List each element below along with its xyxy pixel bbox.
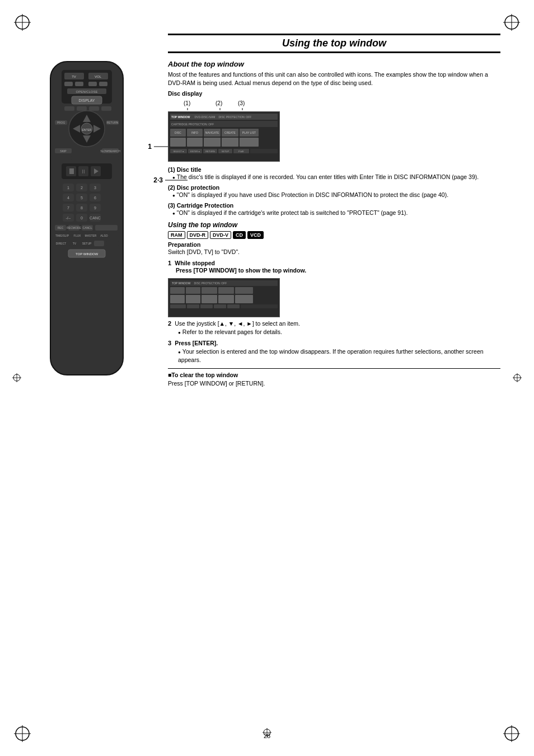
mid-mark-right [512,372,523,384]
step3-action: Press [ENTER]. [175,340,218,346]
preparation-text: Switch [DVD, TV] to "DVD". [168,248,500,256]
corner-mark-tr [500,11,523,34]
svg-text:DIRECT: DIRECT [56,242,67,245]
page-title-box: Using the top window [168,34,500,53]
svg-rect-58 [69,168,74,174]
step1-title: While stopped [175,260,215,266]
svg-text:VOL: VOL [95,75,102,78]
top-window-screen: TOP WINDOW DISC PROTECTION: OFF [168,278,280,317]
about-body: Most of the features and functions of th… [168,71,500,87]
step-1: 1 While stopped Press [TOP WINDOW] to sh… [168,260,500,275]
svg-text:6: 6 [94,196,96,200]
svg-text:OPEN/CLOSE: OPEN/CLOSE [76,90,97,93]
svg-text:TV: TV [73,242,77,245]
svg-rect-109 [106,241,119,246]
svg-text:TIME/SLIP: TIME/SLIP [55,234,69,237]
remote-control-image: TV VOL OPEN/CLOSE DISPLAY [34,56,140,381]
svg-text:TOP WINDOW: TOP WINDOW [76,252,98,256]
svg-text:5: 5 [81,196,83,200]
svg-rect-28 [75,82,83,86]
svg-rect-108 [94,241,104,246]
svg-text:CANC: CANC [90,216,101,220]
badge-cd: CD [233,231,246,239]
step2-action: Use the joystick [▲, ▼, ◄, ►] to select … [175,320,300,327]
svg-text:REC: REC [58,226,64,229]
svg-text:4: 4 [67,196,69,200]
about-section: About the top window Most of the feature… [168,60,500,217]
badge-dvdr: DVD-R [187,231,209,239]
using-section: Using the top window RAM DVD-R DVD-V CD … [168,221,500,364]
svg-text:TV: TV [72,75,76,78]
remote-label-1: 1 [148,143,152,151]
remote-label-23: 2·3 [153,176,163,184]
page-number: 28 [264,732,270,739]
remote-control-column: TV VOL OPEN/CLOSE DISPLAY [34,56,157,382]
disc-title-text: The disc's title is displayed if one is … [168,173,479,180]
svg-text:PROG: PROG [57,121,65,124]
svg-text:2: 2 [81,186,83,190]
svg-text:⏸: ⏸ [81,168,86,175]
svg-text:3: 3 [94,186,96,190]
svg-text:9: 9 [94,206,96,210]
svg-rect-36 [77,106,87,111]
svg-rect-55 [102,156,119,160]
disc-display-label: Disc display [168,90,500,97]
svg-text:ENTER: ENTER [82,128,92,132]
badge-vcd: VCD [247,231,264,239]
corner-mark-br [500,722,523,745]
step1-action: Press [TOP WINDOW] to show the top windo… [168,266,500,275]
page-title: Using the top window [282,37,386,49]
svg-rect-27 [64,82,73,86]
svg-text:MASTER: MASTER [85,234,97,237]
step-2: 2 Use the joystick [▲, ▼, ◄, ►] to selec… [168,320,500,336]
svg-text:SKIP: SKIP [60,149,67,153]
disc-title-item: (1) Disc title The disc's title is displ… [168,166,500,181]
compat-badges: RAM DVD-R DVD-V CD VCD [168,231,500,239]
disc-protection-text: "ON" is displayed if you have used Disc … [168,191,448,198]
using-heading: Using the top window [168,221,500,229]
svg-text:SETUP: SETUP [82,242,92,245]
svg-rect-38 [101,106,111,111]
svg-rect-54 [55,156,72,160]
svg-text:CANCL: CANCL [83,226,92,229]
cartridge-protection-item: (3) Cartridge Protection "ON" is display… [168,202,500,217]
step-3: 3 Press [ENTER]. Your selection is enter… [168,339,500,364]
clear-title: ■To clear the top window [168,372,500,378]
disc-display-container: (1) (2) (3) [168,100,500,162]
svg-text:FLUX: FLUX [74,234,81,237]
svg-rect-35 [64,106,74,111]
svg-text:ALSO: ALSO [100,234,107,237]
svg-rect-30 [99,82,107,86]
svg-rect-29 [88,82,97,86]
clear-text: Press [TOP WINDOW] or [RETURN]. [168,379,500,388]
corner-mark-bl [11,722,34,745]
svg-text:RETURN: RETURN [107,121,119,124]
svg-text:0: 0 [81,216,83,220]
preparation-label: Preparation [168,241,500,248]
svg-text:DISPLAY: DISPLAY [78,98,95,102]
content-column: Using the top window About the top windo… [168,34,500,388]
mid-mark-left [11,372,22,384]
svg-text:8: 8 [81,206,83,210]
badge-dvdv: DVD-V [210,231,231,239]
about-heading: About the top window [168,60,500,68]
svg-rect-93 [95,225,118,231]
corner-mark-tl [11,11,34,34]
disc-screen-image: TOP WINDOW DVD-DISC-NAM DISC PROTECTION:… [168,111,280,162]
svg-text:SLOWSEARCH: SLOWSEARCH [100,149,120,153]
svg-rect-37 [89,106,99,111]
badge-ram: RAM [168,231,185,239]
step2-bullet: Refer to the relevant pages for details. [168,328,500,336]
clear-section: ■To clear the top window Press [TOP WIND… [168,368,500,388]
svg-text:7: 7 [67,206,69,210]
svg-text:RECMODE: RECMODE [67,226,81,229]
cartridge-protection-text: "ON" is displayed if the cartridge's wri… [168,209,407,216]
disc-protection-item: (2) Disc protection "ON" is displayed if… [168,184,500,199]
step3-bullet: Your selection is entered and the top wi… [168,348,500,364]
svg-text:-/--: -/-- [66,216,72,220]
svg-text:1: 1 [67,186,69,190]
